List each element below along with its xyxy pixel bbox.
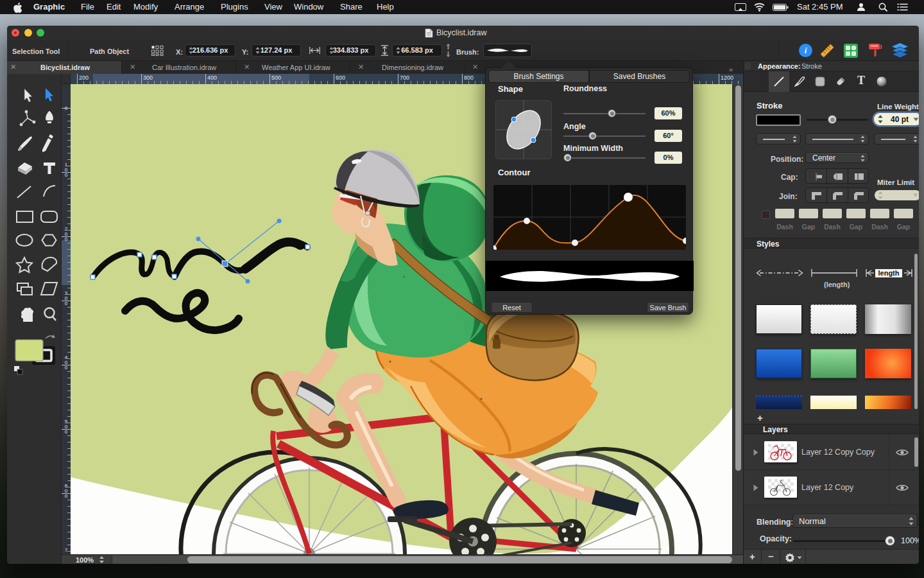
svg-text:0: 0 xyxy=(65,365,68,371)
svg-text:7: 7 xyxy=(65,547,68,553)
svg-text:400: 400 xyxy=(207,74,217,81)
svg-text:600: 600 xyxy=(336,74,345,81)
svg-text:500: 500 xyxy=(271,74,281,81)
svg-text:700: 700 xyxy=(400,74,409,81)
svg-text:0: 0 xyxy=(65,429,68,435)
svg-text:0: 0 xyxy=(65,172,68,178)
svg-text:200: 200 xyxy=(79,74,89,81)
svg-text:0: 0 xyxy=(65,493,68,499)
svg-text:0: 0 xyxy=(65,105,68,111)
svg-text:0: 0 xyxy=(65,236,68,242)
svg-text:length: length xyxy=(878,269,900,277)
svg-text:1200: 1200 xyxy=(721,74,733,81)
svg-text:0: 0 xyxy=(65,301,68,306)
svg-text:800: 800 xyxy=(464,74,474,81)
svg-text:300: 300 xyxy=(143,74,153,81)
